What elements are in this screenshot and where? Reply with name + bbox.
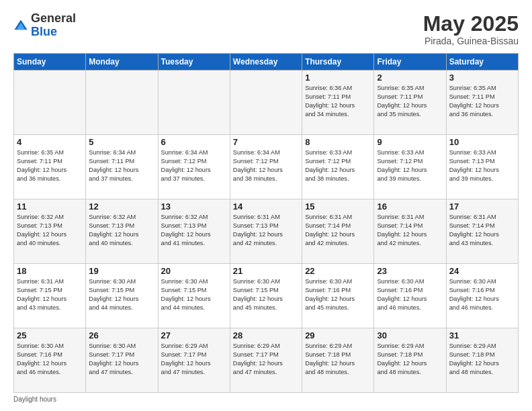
cell-day-number: 5 [89, 137, 154, 147]
cell-info: Sunrise: 6:31 AM Sunset: 7:13 PM Dayligh… [233, 213, 299, 248]
cell-info: Sunrise: 6:30 AM Sunset: 7:16 PM Dayligh… [377, 277, 443, 312]
table-row: 31Sunrise: 6:29 AM Sunset: 7:18 PM Dayli… [446, 328, 518, 393]
weekday-header-row: Sunday Monday Tuesday Wednesday Thursday… [14, 54, 519, 71]
cell-day-number: 30 [377, 330, 443, 340]
header: General Blue May 2025 Pirada, Guinea-Bis… [13, 12, 519, 46]
cell-day-number: 4 [17, 137, 83, 147]
table-row: 18Sunrise: 6:31 AM Sunset: 7:15 PM Dayli… [14, 264, 86, 328]
cell-day-number: 18 [17, 266, 83, 276]
calendar-table: Sunday Monday Tuesday Wednesday Thursday… [13, 53, 519, 393]
table-row: 26Sunrise: 6:30 AM Sunset: 7:17 PM Dayli… [86, 328, 158, 393]
cell-day-number: 21 [233, 266, 299, 276]
table-row: 23Sunrise: 6:30 AM Sunset: 7:16 PM Dayli… [374, 264, 446, 328]
table-row: 17Sunrise: 6:31 AM Sunset: 7:14 PM Dayli… [446, 199, 518, 264]
cell-info: Sunrise: 6:34 AM Sunset: 7:12 PM Dayligh… [233, 148, 299, 183]
cell-day-number: 23 [377, 266, 443, 276]
cell-day-number: 13 [161, 201, 227, 212]
cell-day-number: 19 [89, 266, 154, 276]
header-thursday: Thursday [302, 54, 374, 71]
cell-info: Sunrise: 6:30 AM Sunset: 7:17 PM Dayligh… [89, 342, 154, 377]
cell-info: Sunrise: 6:32 AM Sunset: 7:13 PM Dayligh… [89, 213, 154, 248]
table-row: 14Sunrise: 6:31 AM Sunset: 7:13 PM Dayli… [230, 199, 302, 264]
cell-info: Sunrise: 6:30 AM Sunset: 7:16 PM Dayligh… [449, 277, 515, 312]
location: Pirada, Guinea-Bissau [423, 36, 519, 46]
table-row: 1Sunrise: 6:36 AM Sunset: 7:11 PM Daylig… [302, 71, 374, 135]
cell-info: Sunrise: 6:30 AM Sunset: 7:15 PM Dayligh… [161, 277, 227, 312]
table-row [86, 71, 158, 135]
cell-info: Sunrise: 6:31 AM Sunset: 7:14 PM Dayligh… [305, 213, 371, 248]
header-monday: Monday [86, 54, 158, 71]
page: General Blue May 2025 Pirada, Guinea-Bis… [0, 0, 532, 411]
cell-info: Sunrise: 6:34 AM Sunset: 7:12 PM Dayligh… [161, 148, 227, 183]
cell-day-number: 3 [449, 73, 515, 83]
cell-info: Sunrise: 6:29 AM Sunset: 7:17 PM Dayligh… [161, 342, 227, 377]
header-saturday: Saturday [446, 54, 518, 71]
table-row: 22Sunrise: 6:30 AM Sunset: 7:16 PM Dayli… [302, 264, 374, 328]
title-block: May 2025 Pirada, Guinea-Bissau [423, 12, 519, 46]
cell-info: Sunrise: 6:29 AM Sunset: 7:17 PM Dayligh… [233, 342, 299, 377]
table-row: 20Sunrise: 6:30 AM Sunset: 7:15 PM Dayli… [158, 264, 230, 328]
logo-general: General [31, 12, 76, 26]
cell-info: Sunrise: 6:29 AM Sunset: 7:18 PM Dayligh… [377, 342, 443, 377]
week-row-5: 25Sunrise: 6:30 AM Sunset: 7:16 PM Dayli… [14, 328, 519, 393]
week-row-4: 18Sunrise: 6:31 AM Sunset: 7:15 PM Dayli… [14, 264, 519, 328]
table-row: 9Sunrise: 6:33 AM Sunset: 7:12 PM Daylig… [374, 135, 446, 199]
cell-day-number: 28 [233, 330, 299, 340]
table-row: 19Sunrise: 6:30 AM Sunset: 7:15 PM Dayli… [86, 264, 158, 328]
cell-day-number: 16 [377, 201, 443, 212]
cell-day-number: 26 [89, 330, 154, 340]
cell-day-number: 10 [449, 137, 515, 147]
table-row: 15Sunrise: 6:31 AM Sunset: 7:14 PM Dayli… [302, 199, 374, 264]
cell-day-number: 8 [305, 137, 371, 147]
week-row-2: 4Sunrise: 6:35 AM Sunset: 7:11 PM Daylig… [14, 135, 519, 199]
table-row: 10Sunrise: 6:33 AM Sunset: 7:13 PM Dayli… [446, 135, 518, 199]
month-title: May 2025 [423, 12, 519, 36]
cell-day-number: 1 [305, 73, 371, 83]
cell-day-number: 27 [161, 330, 227, 340]
table-row: 2Sunrise: 6:35 AM Sunset: 7:11 PM Daylig… [374, 71, 446, 135]
table-row: 16Sunrise: 6:31 AM Sunset: 7:14 PM Dayli… [374, 199, 446, 264]
cell-day-number: 15 [305, 201, 371, 212]
table-row: 3Sunrise: 6:35 AM Sunset: 7:11 PM Daylig… [446, 71, 518, 135]
table-row: 21Sunrise: 6:30 AM Sunset: 7:15 PM Dayli… [230, 264, 302, 328]
logo-text: General Blue [31, 12, 76, 39]
cell-info: Sunrise: 6:30 AM Sunset: 7:15 PM Dayligh… [233, 277, 299, 312]
cell-info: Sunrise: 6:30 AM Sunset: 7:16 PM Dayligh… [17, 342, 83, 377]
cell-info: Sunrise: 6:29 AM Sunset: 7:18 PM Dayligh… [305, 342, 371, 377]
footer-note: Daylight hours [13, 396, 519, 403]
table-row: 13Sunrise: 6:32 AM Sunset: 7:13 PM Dayli… [158, 199, 230, 264]
cell-day-number: 20 [161, 266, 227, 276]
cell-info: Sunrise: 6:31 AM Sunset: 7:14 PM Dayligh… [377, 213, 443, 248]
cell-day-number: 31 [449, 330, 515, 340]
table-row: 6Sunrise: 6:34 AM Sunset: 7:12 PM Daylig… [158, 135, 230, 199]
table-row [230, 71, 302, 135]
cell-day-number: 11 [17, 201, 83, 212]
header-tuesday: Tuesday [158, 54, 230, 71]
table-row: 27Sunrise: 6:29 AM Sunset: 7:17 PM Dayli… [158, 328, 230, 393]
cell-day-number: 9 [377, 137, 443, 147]
table-row: 11Sunrise: 6:32 AM Sunset: 7:13 PM Dayli… [14, 199, 86, 264]
cell-day-number: 25 [17, 330, 83, 340]
cell-info: Sunrise: 6:35 AM Sunset: 7:11 PM Dayligh… [17, 148, 83, 183]
table-row: 8Sunrise: 6:33 AM Sunset: 7:12 PM Daylig… [302, 135, 374, 199]
cell-info: Sunrise: 6:30 AM Sunset: 7:16 PM Dayligh… [305, 277, 371, 312]
table-row: 30Sunrise: 6:29 AM Sunset: 7:18 PM Dayli… [374, 328, 446, 393]
cell-day-number: 7 [233, 137, 299, 147]
cell-info: Sunrise: 6:36 AM Sunset: 7:11 PM Dayligh… [305, 84, 371, 119]
cell-day-number: 12 [89, 201, 154, 212]
week-row-1: 1Sunrise: 6:36 AM Sunset: 7:11 PM Daylig… [14, 71, 519, 135]
cell-info: Sunrise: 6:30 AM Sunset: 7:15 PM Dayligh… [89, 277, 154, 312]
table-row: 28Sunrise: 6:29 AM Sunset: 7:17 PM Dayli… [230, 328, 302, 393]
cell-info: Sunrise: 6:35 AM Sunset: 7:11 PM Dayligh… [377, 84, 443, 119]
header-sunday: Sunday [14, 54, 86, 71]
cell-info: Sunrise: 6:32 AM Sunset: 7:13 PM Dayligh… [17, 213, 83, 248]
cell-info: Sunrise: 6:31 AM Sunset: 7:15 PM Dayligh… [17, 277, 83, 312]
week-row-3: 11Sunrise: 6:32 AM Sunset: 7:13 PM Dayli… [14, 199, 519, 264]
logo: General Blue [13, 12, 76, 39]
cell-info: Sunrise: 6:29 AM Sunset: 7:18 PM Dayligh… [449, 342, 515, 377]
table-row [158, 71, 230, 135]
table-row [14, 71, 86, 135]
cell-day-number: 6 [161, 137, 227, 147]
cell-day-number: 24 [449, 266, 515, 276]
cell-info: Sunrise: 6:34 AM Sunset: 7:11 PM Dayligh… [89, 148, 154, 183]
